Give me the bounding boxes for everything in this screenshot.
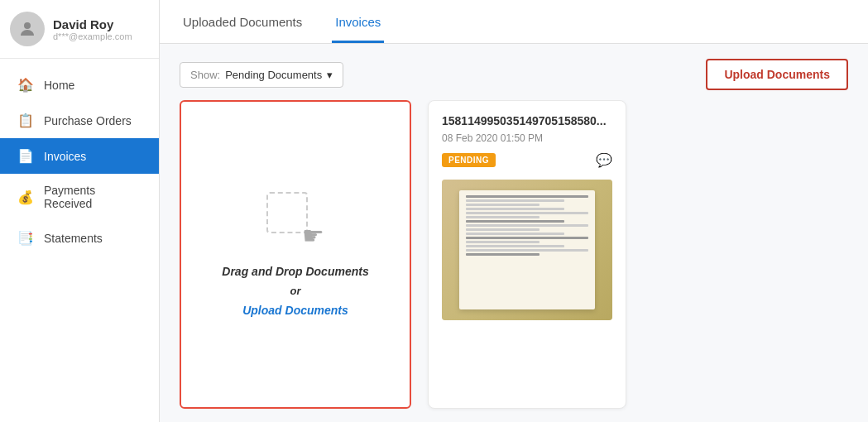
purchase-orders-icon: 📋 <box>17 113 34 128</box>
receipt-line-9 <box>466 228 540 231</box>
receipt-line-2 <box>466 199 564 202</box>
hand-icon: ☛ <box>302 221 324 250</box>
receipt-line-14 <box>466 249 589 252</box>
status-badge: PENDING <box>442 153 496 167</box>
chat-icon[interactable]: 💬 <box>596 152 612 168</box>
drop-text-main: Drag and Drop Documents <box>222 265 368 278</box>
document-status-row: PENDING 💬 <box>442 152 612 168</box>
sidebar-item-payments-received[interactable]: 💰 Payments Received <box>0 174 159 220</box>
sidebar-item-statements[interactable]: 📑 Statements <box>0 220 159 256</box>
receipt-line-13 <box>466 245 564 247</box>
toolbar: Show: Pending Documents ▾ Upload Documen… <box>160 44 868 100</box>
tab-bar: Uploaded Documents Invoices <box>160 0 868 44</box>
payments-icon: 💰 <box>17 189 34 205</box>
receipt-line-3 <box>466 204 540 206</box>
drop-zone-icon: ☛ <box>266 192 324 250</box>
document-date: 08 Feb 2020 01:50 PM <box>442 132 612 144</box>
document-thumbnail <box>442 180 612 320</box>
user-email: d***@example.com <box>53 31 132 41</box>
sidebar-nav: 🏠 Home 📋 Purchase Orders 📄 Invoices 💰 Pa… <box>0 59 159 422</box>
statements-icon: 📑 <box>17 230 34 246</box>
receipt-image <box>442 180 612 320</box>
receipt-line-6 <box>466 216 540 218</box>
avatar <box>10 12 45 46</box>
receipt-line-4 <box>466 208 564 210</box>
main-content: Uploaded Documents Invoices Show: Pendin… <box>160 0 868 422</box>
upload-documents-button[interactable]: Upload Documents <box>706 59 848 90</box>
sidebar-item-invoices[interactable]: 📄 Invoices <box>0 138 159 174</box>
content-area: ☛ Drag and Drop Documents or Upload Docu… <box>160 100 868 422</box>
drop-zone[interactable]: ☛ Drag and Drop Documents or Upload Docu… <box>180 100 411 409</box>
tab-uploaded-documents[interactable]: Uploaded Documents <box>180 0 305 43</box>
sidebar-item-home-label: Home <box>44 79 74 92</box>
sidebar-item-payments-label: Payments Received <box>44 184 144 210</box>
drop-text-or: or <box>290 285 301 297</box>
sidebar-item-invoices-label: Invoices <box>44 150 86 163</box>
sidebar-item-statements-label: Statements <box>44 232 103 245</box>
filter-dropdown[interactable]: Show: Pending Documents ▾ <box>180 62 343 88</box>
home-icon: 🏠 <box>17 77 34 93</box>
receipt-line-1 <box>466 195 589 198</box>
chevron-down-icon: ▾ <box>327 69 333 81</box>
user-avatar-icon <box>17 19 37 39</box>
receipt-line-15 <box>466 253 540 256</box>
sidebar: David Roy d***@example.com 🏠 Home 📋 Purc… <box>0 0 160 422</box>
invoices-icon: 📄 <box>17 148 34 164</box>
receipt-line-12 <box>466 241 540 243</box>
sidebar-item-purchase-orders-label: Purchase Orders <box>44 114 132 127</box>
receipt-line-8 <box>466 224 589 227</box>
svg-point-0 <box>24 22 31 29</box>
drop-zone-upload-link[interactable]: Upload Documents <box>242 304 348 317</box>
receipt-paper <box>459 190 596 310</box>
receipt-line-7 <box>466 220 564 223</box>
receipt-line-10 <box>466 233 564 235</box>
sidebar-item-home[interactable]: 🏠 Home <box>0 67 159 103</box>
document-card: 158114995035149705158580... 08 Feb 2020 … <box>428 100 626 409</box>
filter-value: Pending Documents <box>225 69 322 81</box>
filter-show-label: Show: <box>190 69 220 81</box>
user-profile: David Roy d***@example.com <box>0 0 159 59</box>
sidebar-item-purchase-orders[interactable]: 📋 Purchase Orders <box>0 103 159 138</box>
user-name: David Roy <box>53 17 132 31</box>
document-id: 158114995035149705158580... <box>442 114 612 127</box>
tab-invoices[interactable]: Invoices <box>332 0 384 43</box>
receipt-line-11 <box>466 237 589 239</box>
receipt-line-5 <box>466 212 589 214</box>
